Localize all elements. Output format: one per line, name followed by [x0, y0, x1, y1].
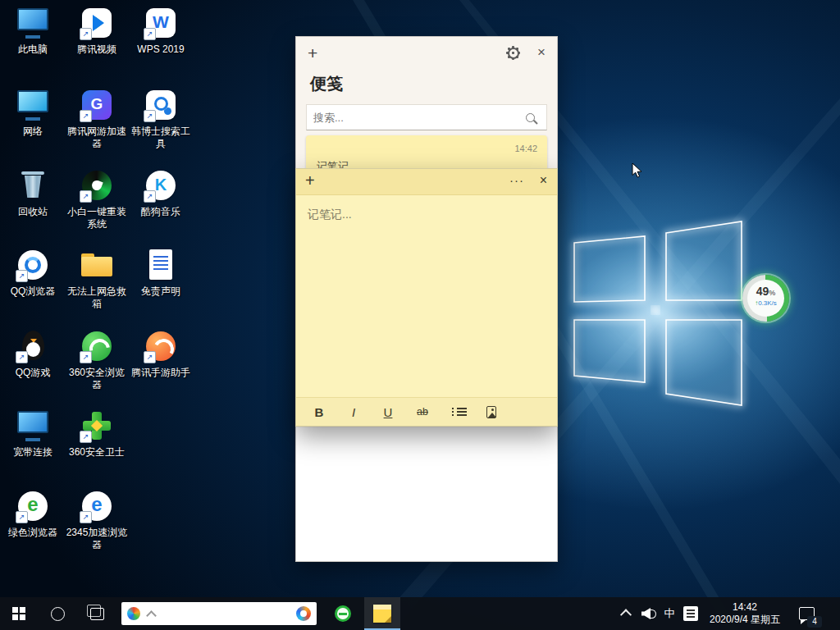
360-browser-icon	[79, 328, 115, 364]
desktop-icon-recycle-bin[interactable]: 回收站	[1, 167, 65, 218]
desktop-icon-label: WPS 2019	[129, 43, 193, 56]
qq-browser-search-icon[interactable]	[296, 606, 311, 621]
close-icon[interactable]: ×	[540, 173, 547, 188]
desktop-icon-2345-browser[interactable]: 2345加速浏览器	[65, 488, 129, 551]
desktop-icon-this-pc[interactable]: 此电脑	[1, 5, 65, 56]
chevron-up-icon	[620, 609, 632, 620]
desktop-icon-tencent-video[interactable]: 腾讯视频	[65, 5, 129, 56]
start-button[interactable]	[0, 597, 38, 630]
desktop-icon-disclaimer[interactable]: 免责声明	[129, 247, 193, 298]
new-note-button[interactable]: +	[305, 171, 315, 190]
shortcut-arrow-icon	[80, 431, 92, 443]
shortcut-arrow-icon	[144, 190, 156, 203]
qq-game-icon	[15, 328, 51, 364]
desktop-icon-label: QQ游戏	[1, 367, 65, 379]
tray-volume[interactable]	[638, 597, 660, 630]
tray-ime-language[interactable]: 中	[660, 597, 679, 630]
speaker-icon	[641, 608, 656, 619]
percent-value: 49	[756, 285, 769, 298]
shortcut-arrow-icon	[16, 351, 28, 363]
shortcut-arrow-icon	[144, 28, 156, 40]
desktop-icon-network-aid[interactable]: 无法上网急救箱	[65, 247, 129, 310]
desktop-icon-label: QQ浏览器	[1, 285, 65, 298]
tray-show-hidden-icons[interactable]	[615, 597, 637, 630]
clock-date: 2020/9/4 星期五	[710, 614, 780, 626]
shortcut-arrow-icon	[80, 511, 92, 523]
desktop-icon-label: 网络	[1, 126, 65, 138]
mouse-cursor	[632, 162, 643, 179]
taskbar-sticky-notes-active[interactable]	[364, 597, 400, 630]
wps-icon	[143, 5, 179, 41]
close-icon[interactable]: ×	[537, 44, 546, 61]
desktop-icon-wps[interactable]: WPS 2019	[129, 5, 193, 56]
search-tool-icon	[143, 87, 179, 123]
note-format-toolbar: B I U ab	[296, 397, 557, 426]
desktop-icon-kugou-music[interactable]: 酷狗音乐	[129, 167, 193, 218]
tray-clock[interactable]: 14:42 2020/9/4 星期五	[704, 597, 786, 630]
desktop-icon-label: 此电脑	[1, 43, 65, 56]
tray-ime-mode[interactable]	[679, 597, 702, 630]
note-placeholder-text: 记笔记...	[308, 208, 352, 221]
new-note-button[interactable]: +	[308, 43, 317, 63]
note-edit-area[interactable]: 记笔记...	[296, 194, 557, 398]
insert-image-button[interactable]	[482, 400, 501, 423]
notes-list-empty-area	[296, 427, 557, 561]
green-browser-icon	[15, 488, 51, 524]
kugou-music-icon	[143, 167, 179, 203]
more-menu-icon[interactable]: ···	[509, 173, 524, 187]
action-center-button[interactable]: 4	[789, 597, 824, 630]
desktop-icon-green-browser[interactable]: 绿色浏览器	[1, 488, 65, 539]
desktop-icon-broadband[interactable]: 宽带连接	[1, 408, 65, 459]
desktop-icon-label: 2345加速浏览器	[65, 527, 129, 551]
desktop-icon-label: 宽带连接	[1, 446, 65, 459]
bold-button[interactable]: B	[309, 400, 329, 423]
shortcut-arrow-icon	[16, 511, 28, 523]
netspeed-gauge[interactable]: 49% ↑0.3K/s	[742, 275, 789, 322]
desktop-icon-360-browser[interactable]: 360安全浏览器	[65, 328, 129, 391]
taskbar-search-box[interactable]	[121, 602, 317, 625]
game-assistant-icon	[143, 328, 179, 364]
desktop-icon-network[interactable]: 网络	[1, 87, 65, 138]
cortana-button[interactable]	[39, 597, 75, 630]
desktop-icon-label: 小白一键重装系统	[65, 206, 129, 231]
desktop-icon-game-assistant[interactable]: 腾讯手游助手	[129, 328, 193, 379]
sticky-note-window: + ··· × 记笔记... B I U ab	[295, 168, 558, 427]
desktop-icon-360-safeguard[interactable]: 360安全卫士	[65, 408, 129, 459]
taskbar-green-browser[interactable]	[325, 597, 361, 630]
note-timestamp: 14:42	[514, 144, 537, 153]
settings-gear-icon[interactable]	[508, 48, 519, 59]
underline-button[interactable]: U	[378, 400, 398, 423]
taskbar: 中 14:42 2020/9/4 星期五 4	[0, 597, 840, 630]
netspeed-readout: 49% ↑0.3K/s	[747, 280, 784, 317]
desktop-icon-label: 韩博士搜索工具	[129, 126, 193, 150]
search-icon	[526, 113, 535, 122]
windows-logo-icon	[12, 607, 25, 620]
task-view-button[interactable]	[79, 597, 115, 630]
desktop-icon-label: 无法上网急救箱	[65, 285, 129, 310]
network-icon	[15, 87, 51, 123]
desktop-icon-label: 360安全浏览器	[65, 367, 129, 391]
notes-list-titlebar: + ×	[296, 37, 557, 70]
sticky-note-icon	[373, 605, 391, 623]
desktop-icon-label: 腾讯手游助手	[129, 367, 193, 379]
bullet-list-button[interactable]	[447, 400, 467, 423]
qq-browser-icon	[15, 247, 51, 283]
desktop-icon-qq-browser[interactable]: QQ浏览器	[1, 247, 65, 298]
italic-button[interactable]: I	[344, 400, 363, 423]
sticky-note-titlebar[interactable]: + ··· ×	[296, 169, 557, 195]
desktop-icon-reinstall-system[interactable]: 小白一键重装系统	[65, 167, 129, 231]
desktop-icon-game-accelerator[interactable]: 腾讯网游加速器	[65, 87, 129, 150]
desktop-icon-label: 绿色浏览器	[1, 527, 65, 539]
search-input[interactable]	[307, 112, 526, 124]
desktop-icon-qq-game[interactable]: QQ游戏	[1, 328, 65, 379]
image-icon	[486, 406, 496, 418]
desktop-icon-search-tool[interactable]: 韩博士搜索工具	[129, 87, 193, 150]
computer-icon	[15, 5, 51, 41]
strikethrough-button[interactable]: ab	[413, 400, 432, 423]
game-accelerator-icon	[79, 87, 115, 123]
chevron-up-icon[interactable]	[146, 610, 157, 621]
desktop-icon-label: 免责声明	[129, 285, 193, 298]
desktop-icon-label: 360安全卫士	[65, 446, 129, 459]
tencent-video-icon	[79, 5, 115, 41]
shortcut-arrow-icon	[80, 28, 92, 40]
